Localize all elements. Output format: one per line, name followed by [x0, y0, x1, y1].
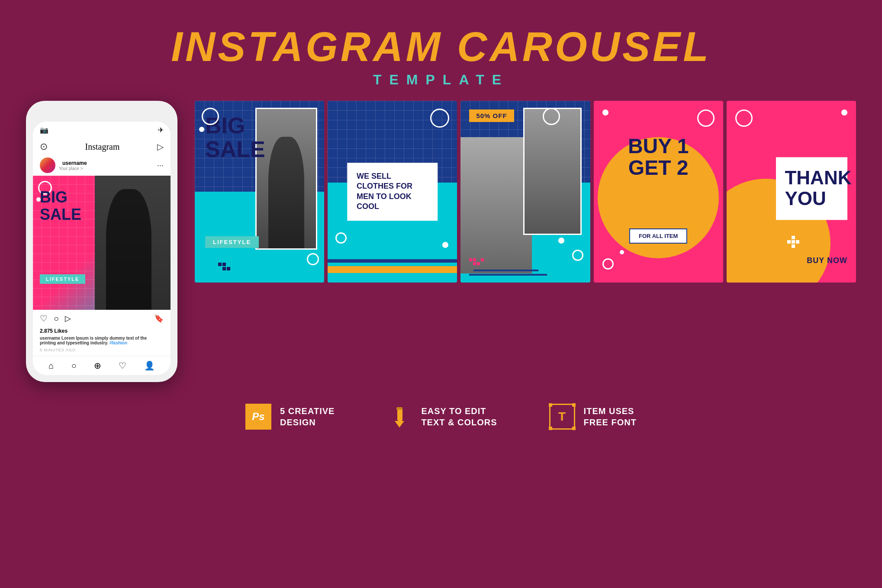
- svg-rect-2: [396, 407, 402, 410]
- phone-mockup: 📷 ✈ ⊙ Instagram ▷ username Your place > …: [26, 101, 177, 382]
- instagram-send-icon: ▷: [157, 141, 164, 152]
- more-options-icon[interactable]: ···: [157, 161, 164, 170]
- slide-50-off: 50% OFF: [460, 101, 590, 283]
- ps-icon: Ps: [245, 404, 271, 430]
- profile-icon[interactable]: 👤: [144, 360, 155, 371]
- phone-send-icon: ✈: [158, 126, 164, 134]
- phone-bottom-nav: ⌂ ○ ⊕ ♡ 👤: [33, 356, 171, 375]
- bookmark-icon[interactable]: 🔖: [154, 314, 164, 323]
- post-lifestyle-badge: LIFESTYLE: [40, 274, 85, 284]
- slide-buy-1-get-2: BUY 1 GET 2 FOR ALL ITEM: [594, 101, 723, 283]
- slide3-photo-small: [523, 108, 582, 235]
- phone-ig-header: ⊙ Instagram ▷: [33, 138, 171, 155]
- slide1-circle-2: [307, 253, 319, 265]
- slide3-circle-1: [543, 108, 560, 125]
- slide-big-sale: BIG SALE LIFESTYLE: [195, 101, 324, 283]
- slide5-dot-1: [841, 109, 847, 116]
- slide3-photo-large: [460, 137, 532, 273]
- heart-nav-icon[interactable]: ♡: [119, 360, 126, 371]
- phone-screen: 📷 ✈ ⊙ Instagram ▷ username Your place > …: [33, 122, 171, 375]
- comment-icon[interactable]: ○: [54, 314, 59, 324]
- post-photo: [95, 176, 171, 310]
- svg-rect-0: [397, 408, 402, 421]
- slide1-lifestyle-badge: LIFESTYLE: [205, 236, 259, 248]
- header-section: INSTAGRAM CAROUSEL TEMPLATE: [0, 0, 882, 88]
- heart-icon[interactable]: ♡: [40, 313, 48, 324]
- slide4-for-all-badge: FOR ALL ITEM: [629, 228, 687, 244]
- font-t-icon: T: [558, 410, 566, 424]
- slide1-pixel-decor: [218, 263, 230, 270]
- slide5-thank-you-box: THANK YOU: [776, 157, 847, 220]
- phone-profile-row: username Your place > ···: [33, 155, 171, 176]
- phone-actions-bar: ♡ ○ ▷ 🔖: [33, 310, 171, 327]
- phone-status-bar: 📷 ✈: [33, 122, 171, 138]
- home-icon[interactable]: ⌂: [48, 361, 54, 371]
- post-time: 8 MINUTES AGO: [33, 347, 171, 356]
- share-icon[interactable]: ▷: [65, 314, 71, 323]
- slide-we-sell: WE SELL CLOTHES FOR MEN TO LOOK COOL: [328, 101, 457, 283]
- feature-ps: Ps 5 CREATIVE DESIGN: [245, 404, 335, 430]
- slide5-circle-1: [735, 109, 753, 127]
- slide3-line-1: [469, 274, 547, 276]
- caption-username: username: [40, 336, 60, 341]
- avatar: [40, 157, 55, 173]
- font-icon: T: [549, 404, 575, 430]
- slide3-pixel-decor: [469, 258, 486, 265]
- svg-marker-1: [395, 421, 404, 427]
- slide2-blue-strip: [328, 259, 457, 263]
- feature-font-label: ITEM USES FREE FONT: [584, 405, 637, 428]
- slide3-circle-2: [572, 250, 583, 261]
- slide3-50off-badge: 50% OFF: [469, 109, 514, 122]
- slide5-pixel-decor: [787, 236, 799, 248]
- feature-ps-label: 5 CREATIVE DESIGN: [280, 405, 335, 428]
- slide2-we-sell-text: WE SELL CLOTHES FOR MEN TO LOOK COOL: [357, 171, 428, 212]
- features-row: Ps 5 CREATIVE DESIGN EASY TO EDIT TEXT &…: [0, 404, 882, 430]
- slide-thank-you: THANK YOU BUY NOW: [727, 101, 856, 283]
- slide3-line-2: [473, 270, 538, 271]
- post-big-sale-text: BIG SALE: [40, 189, 81, 223]
- slide5-buy-now-cta: BUY NOW: [807, 256, 847, 265]
- phone-notch: [76, 108, 128, 118]
- slide4-circle-2: [602, 258, 614, 270]
- slide3-dot-1: [558, 238, 564, 244]
- likes-count: 2.875 Likes: [33, 327, 171, 335]
- slide2-yellow-strip: [328, 266, 457, 273]
- slide4-dot-2: [620, 250, 624, 254]
- content-area: 📷 ✈ ⊙ Instagram ▷ username Your place > …: [0, 101, 882, 382]
- feature-edit: EASY TO EDIT TEXT & COLORS: [386, 404, 497, 430]
- sub-title: TEMPLATE: [0, 72, 882, 88]
- pencil-icon: [386, 404, 412, 430]
- search-icon[interactable]: ○: [71, 361, 77, 371]
- phone-place: Your place >: [59, 166, 87, 171]
- main-title: INSTAGRAM CAROUSEL: [0, 26, 882, 67]
- feature-font: T ITEM USES FREE FONT: [549, 404, 637, 430]
- post-caption: username Lorem Ipsum is simply dummy tex…: [33, 335, 171, 347]
- instagram-title: Instagram: [85, 142, 120, 152]
- slide4-circle-1: [697, 109, 715, 127]
- slide5-thank-text: THANK YOU: [785, 167, 839, 209]
- add-icon[interactable]: ⊕: [94, 360, 101, 371]
- phone-post-image: BIG SALE LIFESTYLE: [33, 176, 171, 310]
- slide1-dot-1: [199, 127, 204, 132]
- slide2-text-box: WE SELL CLOTHES FOR MEN TO LOOK COOL: [347, 163, 438, 221]
- phone-username: username: [62, 160, 87, 166]
- slide4-dot-1: [602, 109, 608, 116]
- instagram-camera-icon: ⊙: [40, 141, 48, 152]
- slide4-buy-text: BUY 1 GET 2: [594, 135, 723, 179]
- slide1-circle-1: [202, 108, 219, 125]
- carousel-container: BIG SALE LIFESTYLE: [195, 101, 856, 283]
- caption-hashtag: #fashion: [109, 341, 127, 345]
- camera-icon: 📷: [40, 126, 48, 134]
- feature-edit-label: EASY TO EDIT TEXT & COLORS: [421, 405, 497, 428]
